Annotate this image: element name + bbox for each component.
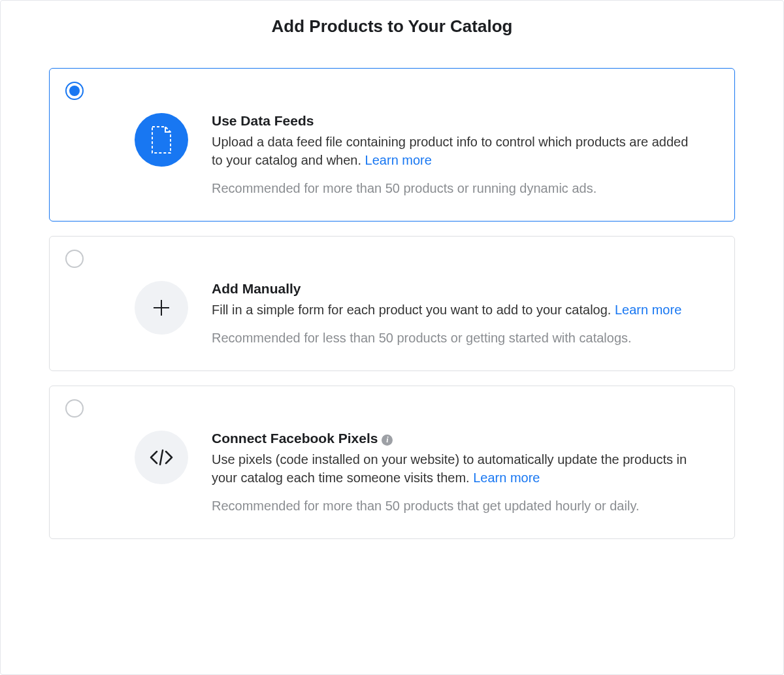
option-text: Connect Facebook Pixelsi Use pixels (cod…: [212, 431, 695, 514]
option-description-text: Upload a data feed file containing produ…: [212, 135, 688, 167]
option-body: Add Manually Fill in a simple form for e…: [135, 281, 695, 346]
learn-more-link[interactable]: Learn more: [615, 303, 681, 317]
option-description-text: Fill in a simple form for each product y…: [212, 303, 615, 317]
code-icon: [135, 431, 188, 484]
option-recommendation: Recommended for more than 50 products or…: [212, 181, 695, 196]
dialog: Add Products to Your Catalog Use Data Fe…: [0, 0, 784, 675]
option-body: Use Data Feeds Upload a data feed file c…: [135, 113, 695, 196]
radio-add-manually[interactable]: [65, 250, 84, 268]
radio-data-feeds[interactable]: [65, 82, 84, 100]
radio-connect-pixels[interactable]: [65, 399, 84, 418]
option-title-text: Connect Facebook Pixels: [212, 431, 378, 446]
option-description: Fill in a simple form for each product y…: [212, 301, 695, 319]
option-text: Use Data Feeds Upload a data feed file c…: [212, 113, 695, 196]
option-card-data-feeds[interactable]: Use Data Feeds Upload a data feed file c…: [49, 68, 735, 222]
file-icon: [135, 113, 188, 167]
option-body: Connect Facebook Pixelsi Use pixels (cod…: [135, 431, 695, 514]
learn-more-link[interactable]: Learn more: [473, 470, 540, 485]
svg-line-2: [160, 450, 163, 465]
option-description: Upload a data feed file containing produ…: [212, 133, 695, 169]
option-recommendation: Recommended for less than 50 products or…: [212, 331, 695, 346]
page-title: Add Products to Your Catalog: [49, 16, 735, 37]
learn-more-link[interactable]: Learn more: [365, 153, 432, 167]
option-text: Add Manually Fill in a simple form for e…: [212, 281, 695, 346]
option-card-add-manually[interactable]: Add Manually Fill in a simple form for e…: [49, 236, 735, 371]
option-title: Use Data Feeds: [212, 113, 695, 129]
option-description: Use pixels (code installed on your websi…: [212, 450, 695, 487]
content: Add Products to Your Catalog Use Data Fe…: [49, 16, 735, 539]
option-recommendation: Recommended for more than 50 products th…: [212, 499, 695, 514]
info-icon[interactable]: i: [382, 435, 393, 446]
option-title: Add Manually: [212, 281, 695, 297]
radio-dot-icon: [69, 86, 80, 96]
option-description-text: Use pixels (code installed on your websi…: [212, 452, 687, 485]
plus-icon: [135, 281, 188, 335]
option-card-connect-pixels[interactable]: Connect Facebook Pixelsi Use pixels (cod…: [49, 386, 735, 539]
option-title: Connect Facebook Pixelsi: [212, 431, 695, 446]
